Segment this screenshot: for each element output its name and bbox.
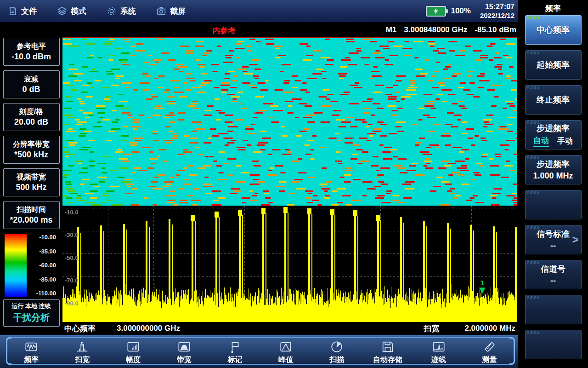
center-freq-label: 中心频率 — [64, 323, 96, 334]
button-blank-1 — [525, 190, 582, 219]
gear-icon — [107, 6, 117, 16]
readout-rbw[interactable]: 分辨率带宽 *500 kHz — [3, 136, 60, 164]
camera-icon — [156, 6, 166, 16]
marker-icon — [228, 340, 242, 354]
readout-scale-per-div[interactable]: 刻度/格 20.00 dB — [3, 103, 60, 131]
toolbar-item-label: 峰值 — [278, 355, 293, 365]
frequency-info-row: 中心频率 3.000000000 GHz 扫宽 2.000000 MHz — [62, 322, 518, 335]
button-start-frequency[interactable]: 起始频率 — [525, 50, 582, 80]
layers-icon — [57, 6, 67, 16]
amplitude-colorbar: -10.00 -35.00 -60.00 -85.00 -110.00 — [5, 234, 62, 297]
readout-value: 500 kHz — [16, 182, 46, 193]
toolbar-item-label: 扫描 — [329, 355, 344, 365]
colorbar-tick: -60.00 — [39, 262, 56, 269]
marker-amplitude: -85.10 dBm — [475, 25, 516, 34]
button-step-frequency-value[interactable]: 步进频率 1.000 MHz — [525, 155, 582, 184]
option-auto[interactable]: 自动 — [533, 135, 549, 147]
menu-file-label: 文件 — [21, 6, 37, 17]
spectrogram-canvas[interactable] — [62, 37, 517, 206]
menu-mode[interactable]: 模式 — [57, 6, 86, 17]
trace-icon — [432, 340, 446, 354]
sweep-icon — [330, 340, 344, 354]
toolbar-item-marker[interactable]: 标记 — [209, 336, 260, 367]
toolbar-item-bandwidth[interactable]: 带宽 — [158, 336, 209, 367]
toolbar-item-label: 带宽 — [177, 355, 192, 365]
readout-vbw[interactable]: 视频带宽 500 kHz — [3, 168, 60, 196]
menu-system-label: 系统 — [120, 6, 136, 17]
toolbar-item-span[interactable]: 扫宽 — [57, 336, 108, 367]
softkey-value: 1.000 MHz — [533, 171, 573, 181]
option-manual[interactable]: 手动 — [557, 136, 573, 146]
main-toolbar: 频率 扫宽 幅度 — [0, 335, 518, 368]
battery-icon — [426, 6, 446, 17]
toolbar-item-frequency[interactable]: 频率 — [6, 336, 57, 367]
menu-system[interactable]: 系统 — [107, 6, 136, 17]
readout-title: 参考电平 — [17, 41, 46, 52]
panel-title: 频率 — [518, 0, 588, 15]
button-step-frequency-mode[interactable]: 步进频率 自动 手动 — [525, 120, 582, 150]
softkey-label: 终止频率 — [537, 94, 570, 105]
readout-title: 刻度/格 — [19, 107, 43, 117]
marker-readout: M1 3.000848000 GHz -85.10 dBm — [386, 25, 516, 34]
autosave-icon — [381, 340, 395, 354]
readout-value: 20.00 dB — [14, 117, 48, 127]
readout-title: 分辨率带宽 — [13, 139, 50, 150]
menu-file[interactable]: 文件 — [8, 6, 37, 17]
status-cluster: 100% 15:27:07 2022/12/12 — [426, 2, 518, 20]
instrument-screen: 文件 模式 系统 截屏 — [0, 0, 588, 368]
toolbar-item-measure[interactable]: 测量 — [464, 336, 515, 367]
button-signal-standard[interactable]: 信号标准 -- > — [525, 225, 582, 254]
menu-screenshot[interactable]: 截屏 — [156, 6, 186, 17]
top-menu-bar: 文件 模式 系统 截屏 — [0, 0, 518, 22]
y-axis-label: -70.0 — [65, 277, 79, 284]
measure-icon — [483, 340, 497, 354]
colorbar-tick: -35.00 — [39, 248, 56, 255]
span-label: 扫宽 — [424, 323, 439, 334]
button-channel-number[interactable]: 信道号 -- — [525, 260, 582, 289]
span-value: 2.000000 MHz — [464, 324, 515, 333]
toolbar-item-label: 标记 — [228, 355, 243, 365]
toolbar-item-trace[interactable]: 迹线 — [413, 336, 464, 367]
softkey-label: 中心频率 — [537, 24, 570, 35]
display-area: 内参考 M1 3.000848000 GHz -85.10 dBm -10.0 … — [62, 22, 518, 335]
toolbar-item-peak[interactable]: 峰值 — [260, 336, 311, 367]
readout-sweep-time[interactable]: 扫描时间 *20.000 ms — [3, 201, 60, 229]
readout-value: *500 kHz — [14, 150, 48, 160]
time-text: 15:27:07 — [480, 2, 514, 12]
readout-title: 扫描时间 — [17, 205, 46, 215]
button-center-frequency[interactable]: 中心频率 — [525, 15, 582, 45]
toolbar-item-label: 幅度 — [126, 355, 141, 365]
readout-title: 衰减 — [24, 74, 39, 84]
softkey-label: 起始频率 — [537, 59, 570, 70]
button-blank-3 — [525, 330, 582, 359]
toolbar-item-sweep[interactable]: 扫描 — [311, 336, 362, 367]
y-axis-label: -30.0 — [65, 231, 79, 238]
colorbar-gradient — [5, 234, 27, 297]
colorbar-tick: -85.00 — [39, 276, 56, 283]
softkey-value: -- — [550, 276, 556, 286]
amplitude-icon — [126, 340, 140, 354]
menu-screenshot-label: 截屏 — [170, 6, 186, 17]
softkey-label: 步进频率 — [537, 123, 570, 134]
readout-reference-level[interactable]: 参考电平 -10.0 dBm — [3, 38, 60, 66]
marker-frequency: 3.000848000 GHz — [404, 25, 467, 34]
center-freq-value: 3.000000000 GHz — [117, 324, 180, 333]
readout-value: -10.0 dBm — [11, 52, 51, 62]
date-text: 2022/12/12 — [480, 12, 514, 20]
softkey-value: -- — [550, 241, 556, 251]
toolbar-item-label: 扫宽 — [75, 355, 90, 365]
peak-icon — [279, 340, 293, 354]
readout-title: 视频带宽 — [17, 172, 46, 182]
readout-attenuation[interactable]: 衰减 0 dB — [3, 70, 60, 98]
y-axis-label: -50.0 — [65, 254, 79, 261]
toolbar-item-autosave[interactable]: 自动存储 — [362, 336, 413, 367]
spectrum-canvas[interactable] — [62, 206, 517, 322]
toolbar-item-amplitude[interactable]: 幅度 — [108, 336, 159, 367]
y-axis-label: -10.0 — [65, 209, 79, 216]
toolbar-item-label: 迹线 — [431, 355, 446, 365]
span-icon — [75, 340, 89, 354]
run-status-box: 运行 本地 连续 干扰分析 — [3, 299, 60, 327]
clock: 15:27:07 2022/12/12 — [480, 2, 514, 20]
button-stop-frequency[interactable]: 终止频率 — [525, 85, 582, 115]
y-axis-label: -90.0 — [65, 300, 79, 307]
